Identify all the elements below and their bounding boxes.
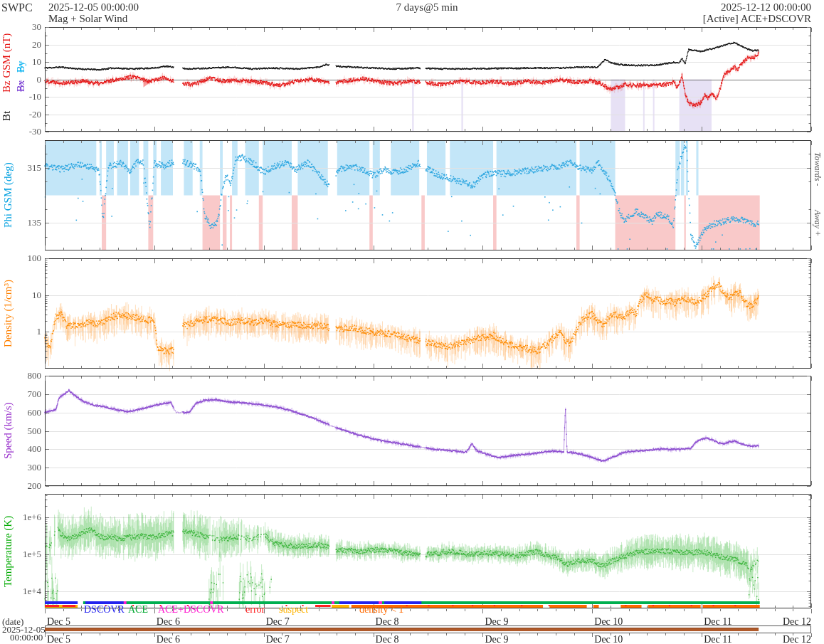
legend-suspect: suspect [279,604,308,616]
y-tick-label: -30 [10,126,41,137]
y-tick-label: 1e+4 [10,586,41,597]
date-label: Dec 6 [157,616,180,628]
date-label: Dec 10 [594,616,623,628]
y-tick-label: 10 [10,56,41,68]
date-label: Dec 11 [704,634,732,644]
y-tick-label: 600 [10,407,41,418]
y-tick-label: 300 [10,462,41,473]
phi-axis-label: Phi GSM (deg) [1,140,14,250]
date-label: Dec 9 [485,616,508,628]
swpc-logo-text: SWPC [1,1,33,14]
date-label: Dec 10 [594,634,623,644]
plot-title: Mag + Solar Wind [48,13,127,25]
date-label: Dec 8 [376,616,399,628]
y-tick-label: 100 [10,253,41,264]
y-tick-label: 30 [10,21,41,33]
legend-dscovr: DSCOVR [84,604,125,616]
date-label: Dec 7 [266,634,290,644]
y-tick-label: -20 [10,109,41,120]
legend-error: error [245,604,265,616]
plot-resolution: 7 days@5 min [327,1,527,14]
date-label: Dec 12 [776,634,811,644]
date-label: Dec 5 [47,634,70,644]
y-tick-label: 1 [10,326,41,337]
legend-density-lt-1: density < 1 [359,604,403,616]
y-tick-label: 500 [10,426,41,437]
y-tick-label: 20 [10,39,41,51]
away-sector-label: Away + [812,198,823,249]
date-label: Dec 9 [485,634,508,644]
swpc-solar-wind-plot: SWPC 2025-12-05 00:00:00 7 days@5 min 20… [0,0,824,644]
data-source-status: [Active] ACE+DSCOVR [626,13,811,25]
y-tick-label: 800 [10,370,41,381]
date-label: Dec 12 [776,616,811,628]
y-tick-label: 200 [10,480,41,492]
y-tick-label: 400 [10,443,41,455]
y-tick-label: -10 [10,91,41,102]
density-axis-label: Density (1/cm³) [1,258,14,369]
y-tick-label: 700 [10,389,41,400]
date-label: Dec 6 [157,634,180,644]
legend-ace-dscovr: ACE+DSCOVR [158,604,224,616]
y-tick-label: 315 [10,162,41,174]
y-tick-label: 0 [10,74,41,85]
y-tick-label: 10 [10,290,41,301]
range-start-time: 00:00:00 [10,632,43,643]
y-tick-label: 1e+6 [10,512,41,523]
date-label: Dec 8 [376,634,399,644]
date-label: Dec 5 [47,616,70,628]
date-label: Dec 11 [704,616,732,628]
y-tick-label: 135 [10,217,41,228]
legend-ace: ACE [128,604,148,616]
y-tick-label: 1e+5 [10,549,41,560]
date-label: Dec 7 [266,616,290,628]
plot-end-time: 2025-12-12 00:00:00 [655,1,811,14]
plot-start-time: 2025-12-05 00:00:00 [48,1,139,14]
plot-canvas [0,0,824,644]
towards-sector-label: Towards - [812,142,823,196]
